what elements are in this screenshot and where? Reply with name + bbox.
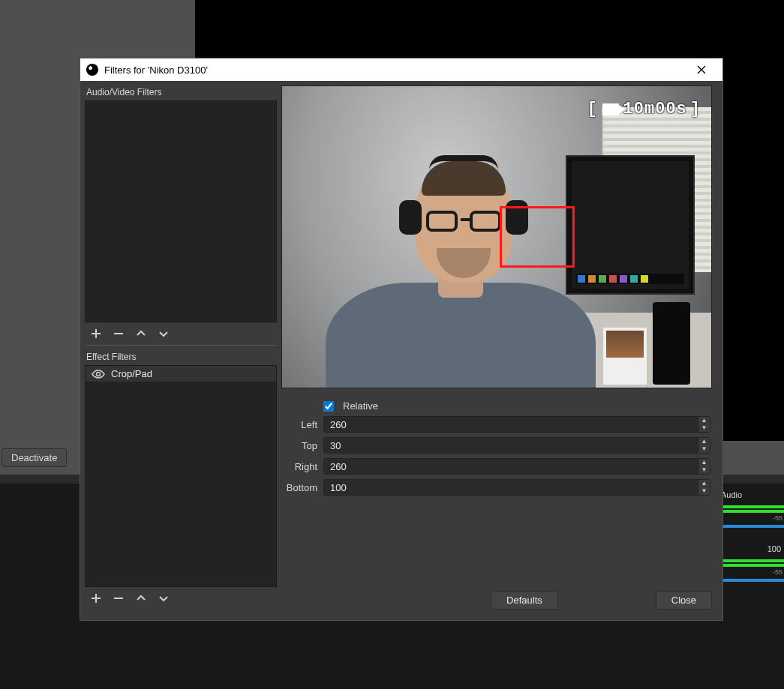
add-filter-button[interactable]: [89, 327, 103, 340]
close-icon[interactable]: [686, 58, 716, 81]
top-label: Top: [281, 440, 323, 451]
left-spinbox[interactable]: ▲▼: [323, 416, 710, 433]
remove-filter-button[interactable]: [112, 327, 125, 340]
filters-dialog: Filters for 'Nikon D3100' Audio/Video Fi…: [80, 58, 723, 621]
camera-icon: [602, 103, 619, 115]
top-input[interactable]: [324, 438, 698, 453]
relative-label: Relative: [343, 400, 378, 412]
defaults-button[interactable]: Defaults: [491, 591, 558, 610]
top-step-down[interactable]: ▼: [698, 445, 710, 453]
remove-effect-button[interactable]: [112, 592, 125, 605]
bottom-step-down[interactable]: ▼: [698, 487, 710, 495]
close-button[interactable]: Close: [656, 591, 712, 610]
av-filters-list[interactable]: [85, 100, 277, 322]
left-step-down[interactable]: ▼: [698, 424, 710, 432]
effect-filters-toolbar: [85, 587, 277, 608]
relative-checkbox-row[interactable]: Relative: [323, 400, 378, 412]
mixer-track-label: Audio: [721, 490, 742, 499]
audio-mixer: Audio -55 100 -55: [716, 487, 784, 589]
filter-preview: [ 10m00s ]: [281, 85, 712, 388]
bottom-label: Bottom: [281, 482, 323, 493]
top-spinbox[interactable]: ▲▼: [323, 437, 710, 454]
effect-filters-label: Effect Filters: [85, 350, 277, 365]
top-step-up[interactable]: ▲: [698, 438, 710, 445]
av-filters-label: Audio/Video Filters: [85, 85, 277, 100]
right-step-down[interactable]: ▼: [698, 466, 710, 474]
recording-timer-text: 10m00s: [623, 100, 687, 118]
left-label: Left: [281, 419, 323, 430]
mixer-track-num: 100: [767, 544, 781, 553]
filter-properties: Relative Left ▲▼ Top ▲▼: [281, 399, 718, 500]
dialog-title: Filters for 'Nikon D3100': [104, 64, 686, 76]
av-filters-toolbar: [85, 322, 277, 343]
deactivate-button[interactable]: Deactivate: [2, 448, 67, 467]
left-input[interactable]: [324, 417, 698, 432]
right-label: Right: [281, 461, 323, 472]
move-effect-up-button[interactable]: [134, 592, 148, 605]
dialog-titlebar[interactable]: Filters for 'Nikon D3100': [80, 58, 722, 81]
move-filter-down-button[interactable]: [157, 327, 170, 340]
effect-filters-list[interactable]: Crop/Pad: [85, 365, 277, 587]
effect-filter-name: Crop/Pad: [111, 368, 152, 379]
recording-timer-overlay: [ 10m00s ]: [587, 100, 701, 118]
move-effect-down-button[interactable]: [157, 592, 170, 605]
crop-indicator-box: [500, 206, 575, 268]
bottom-input[interactable]: [324, 480, 698, 495]
obs-icon: [86, 64, 98, 76]
right-spinbox[interactable]: ▲▼: [323, 458, 710, 475]
relative-checkbox[interactable]: [323, 401, 334, 412]
right-input[interactable]: [324, 459, 698, 474]
bottom-spinbox[interactable]: ▲▼: [323, 479, 710, 496]
right-step-up[interactable]: ▲: [698, 459, 710, 466]
left-step-up[interactable]: ▲: [698, 417, 710, 424]
svg-point-0: [97, 372, 101, 376]
effect-filter-item[interactable]: Crop/Pad: [86, 366, 276, 382]
move-filter-up-button[interactable]: [134, 327, 148, 340]
bottom-step-up[interactable]: ▲: [698, 480, 710, 487]
add-effect-button[interactable]: [89, 592, 103, 605]
visibility-icon[interactable]: [92, 370, 105, 379]
